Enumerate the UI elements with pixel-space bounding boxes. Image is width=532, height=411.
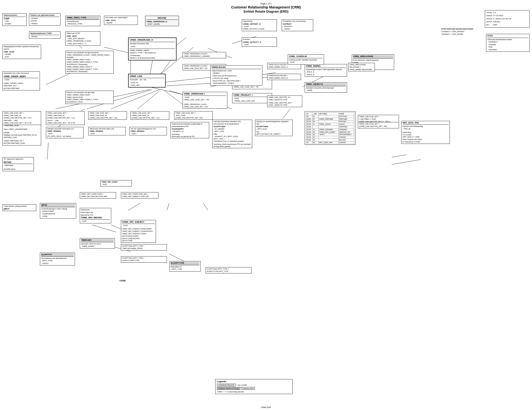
legend-box: Legenda: DATABASE RELATIE 1 op n relatie… [215, 379, 293, 394]
info-statusobject: Informatie over statusobject CRM_JSTO - … [104, 16, 138, 25]
page-header: Page 1 of 1 [0, 1, 532, 5]
legend-row-db-rel: DATABASE RELATIE 1 op n relatie [217, 384, 291, 386]
scappttype-entity: SCAPPTTYPE Afspraaksoort - APPT_TYPE [169, 261, 201, 271]
wff-link-note2: CRMD_LINK-GUID_SET = (CRMD_LINK-OBJTYPE_… [358, 122, 399, 128]
footer: CRM-SAP [261, 406, 271, 409]
partners-transactie-note: Partners van transactie van type transac… [65, 51, 114, 74]
but000-entity: ZP: Algemene gegevens BUT000 - PARTNER Z… [2, 157, 34, 171]
crmd-orderadm-i-entity: CRMD_ORDERADM_I - GUID CRMD_LINK_GUID_SE… [183, 92, 227, 109]
datum-label: Datum: [486, 14, 493, 17]
legend-db-rel-box: DATABASE RELATIE [217, 384, 236, 386]
crmd-schedlin-entity: CRMD_SCHEDLIN Indeling positie zakelijke… [288, 54, 324, 65]
sub-title: Entiteit Relatie Diagram (ERD) [244, 10, 288, 13]
svg-line-23 [138, 91, 160, 109]
legend-db-tbl-box: Database tabel [241, 387, 255, 390]
activiteit-note: Activiteit CRMD_ACTIVITY_H - GUID [242, 37, 277, 47]
svg-line-16 [47, 143, 48, 159]
bu-label: BU: [486, 23, 493, 27]
bu-val: ERP [493, 23, 511, 27]
legend-db-desc-box: Database tabelomschrijving [217, 387, 240, 390]
legend-one-n: 1 op n relatie [237, 384, 247, 386]
timecuev-scappttype-note: SCAPPTSEG-APPT_TYPE = TIMECUEV-NAME_EVEN… [121, 244, 167, 251]
timecuev-entity: TIMECUEV Symbolic name for event - NAME_… [80, 238, 115, 249]
sector-val: Industry [493, 20, 511, 23]
crmd-product-i-entity: CRMD_PRODUCT_I - GUID - CRMD_LINK_GUID_S… [232, 93, 272, 103]
legend-row-desc: Database tabelomschrijving Database tabe… [217, 387, 291, 390]
wijzigingsdocumenten-note: Wijzigingsdocumenten systeem-kerstatuses… [2, 45, 41, 59]
versie-label: Versie: [486, 11, 493, 14]
legend-crmc-note: CRMC_* => Customizing tabellen [217, 391, 291, 393]
status-per-guid: Status per GUID CRM_JEST - CRM_JEST-OBJN… [65, 31, 100, 46]
crmd-srv-subject-entity: CRMD_SRV_SUBJECT - GUID CRMD_SRV_SUBJECT… [121, 220, 156, 243]
legend-title: Legenda: [217, 380, 291, 383]
systeemstatussen-entity: Systeemstatussen TJ02T - SPRAS [29, 31, 60, 39]
wff-data-ph0-entity: WFF_DATA_PH0 Fysieke informatieopslag: -… [401, 121, 450, 144]
crmd-order-index-entity: Indextabel one-order-document CRMD_ORDER… [2, 71, 40, 90]
code-label: CODE [119, 280, 161, 282]
link-guid-note-29: CRMD_LINK-GUID_SET = CRMD_LINK-GUID_HI (… [88, 111, 127, 120]
svg-line-30 [203, 203, 208, 210]
scapttxt-appttype-note: SCAPPTSEG-APPT_TYPE = SCAPTXT-APPTTYPE [121, 256, 167, 262]
ingang-note: INGANG CRMD_ORDERADM_H - GUID = [GUID] [145, 16, 179, 26]
crmd-link-entity: CRMD_LINK Transactie - set - link - GUID… [128, 74, 166, 87]
stxh-ref-label: STXH SAPscript tekstbestand header TDOBJ… [441, 28, 485, 36]
prioriteiten-note: Prioriteiten met omschrijving SCPRIOT - … [282, 19, 313, 31]
sector-label: Sector: [486, 20, 493, 23]
brelvonae-rel-note: CRMD_BRELVONAE-RELATIONID = CRMD_BINREL-… [348, 63, 375, 71]
gebruikersspec-afspraken-note: Gebruikersspecifieke afspraken (30) (Gec… [212, 120, 252, 148]
page-number: Page 1 of 1 [260, 2, 272, 5]
link-guid-note-appl: CRMD_LINK-GUID_SET = -APPL_GUID (CRMD_LI… [174, 111, 213, 120]
datum-val: 27-10-2003 [493, 14, 511, 17]
organisatiegeg-note: Set van organisatiegegevens (21) CRMD_OR… [129, 127, 167, 135]
auteur-label: Auteur: [486, 17, 493, 20]
scapttxt-entity: SCAPTTXT Omschrijving van afspraaksoort … [40, 253, 75, 265]
scapptseg-scappttype-note: SCAPPTSEG-APPT_TYPE = SCAPPTTYPE-APPT_TY… [206, 267, 251, 273]
db-tabel-ref: HI _SET DB-TABEL NAME 05 02 PAYPLAN 05,0… [305, 111, 355, 145]
opportunity-note: Opportunity CRMD_OPPORT_H - GUID CRMD_AC… [242, 19, 277, 31]
versie-val: 0.4 [493, 11, 511, 14]
qpct-note: Code-teksten (uitleg teksten) QPCT [2, 204, 36, 211]
svg-line-4 [164, 77, 210, 82]
orderadm-h-guid-note: CRMD_ORDERADM_H-GUID = CRMD_ORDERADM_H_H… [183, 52, 226, 58]
zt-verkoopset-note: Zakelijke transactie verkoopset (11) CRM… [46, 127, 83, 138]
svg-line-15 [169, 254, 184, 261]
statusschema-entity: Statusschema's TJ30T - TJ20 - STSMA [2, 13, 27, 26]
crmc-objects-entity: CRMC_OBJECTS Zakelijke transactie-deelso… [305, 82, 347, 93]
svg-line-31 [283, 109, 290, 119]
srv-refobj-note: CRMD_SRV_OSSET-GUID = CRMD_SRV_REFOBJ-GU… [80, 192, 116, 198]
statuscode-refobj-note: Statuscode referentie-object (29) CRMD_O… [88, 127, 126, 135]
partners-taak-note: Partners van transactie van type taak CR… [65, 91, 114, 104]
link-guid-note-11: CRMD_LINK-GUID_SET = CRMD_LINK-GUID_HI (… [46, 111, 85, 125]
srv-osset-note: CRMD_SRV_OSSET-GUID_SET = CRMD_SRV_SUBJE… [121, 192, 158, 198]
srv-osset-entity: CRMD_SRV_OSSET - GUID [100, 180, 132, 187]
crmd-binrel-entity: CRMD_BINREL Koppelingen tussen CRM-appli… [305, 64, 347, 77]
svg-line-13 [92, 225, 116, 232]
gegenereerde-afspraken-note: Gegenereerde afspraken (regelmatige of g… [171, 122, 209, 138]
link-guid-note-07: CRMD_LINK-GUID_SET = CRMD_LINK-GUID_HI (… [2, 111, 41, 125]
link-guid-note-21: CRMD_LINK-GUID_SET = CRMD_LINK-GUID_HI (… [131, 111, 169, 120]
crmd-orderadm-h-entity: CRMD_ORDERADM_H Zakelijke transactie (05… [128, 37, 177, 60]
opslag-aandacht-note: Opslag voor aandachtsgebieden afspraken … [255, 120, 293, 136]
svg-line-20 [111, 89, 160, 109]
qpcd-entity: QPCD Controlecatalogus codes (uitleg) - … [40, 203, 76, 219]
main-title: Customer Relationship Management (CRM) [231, 5, 301, 9]
svg-line-35 [392, 155, 406, 157]
stxh-entity: STXH SAPscript tekstbestand header - TDO… [486, 34, 530, 52]
ssrelroles-role-b: SSRELROLES-ROLEID = CRMD_BINREL-ROLE_B [267, 74, 301, 80]
svg-line-29 [167, 203, 169, 210]
teksten-gebruikerstatus: Teksten van gebruikerstatus - STSMA - ES… [29, 13, 60, 26]
auteur-val: A. (Alwin) van de Put [493, 17, 511, 20]
svg-line-28 [128, 203, 140, 210]
srrelroles-entity: SRRELROLES Objectrelatiservice: rollen -… [210, 65, 262, 86]
meta-info-box: Versie:0.4 Datum:27-10-2003 Auteur:A. (A… [485, 10, 530, 28]
crmd-srv-refobj-entity: Statuscode Wordt blijna niet gebruikt bi… [80, 208, 111, 223]
svg-line-36 [392, 159, 421, 164]
crmd-link-objtype-note: CRMD_LINK_OBJTYPE_HI = CRMC_OBJECTS-TYPE… [267, 95, 302, 107]
crmc-proc-type-entity: CRMC_PROC_TYPE Transactiesoort - PROCESS… [65, 16, 100, 26]
